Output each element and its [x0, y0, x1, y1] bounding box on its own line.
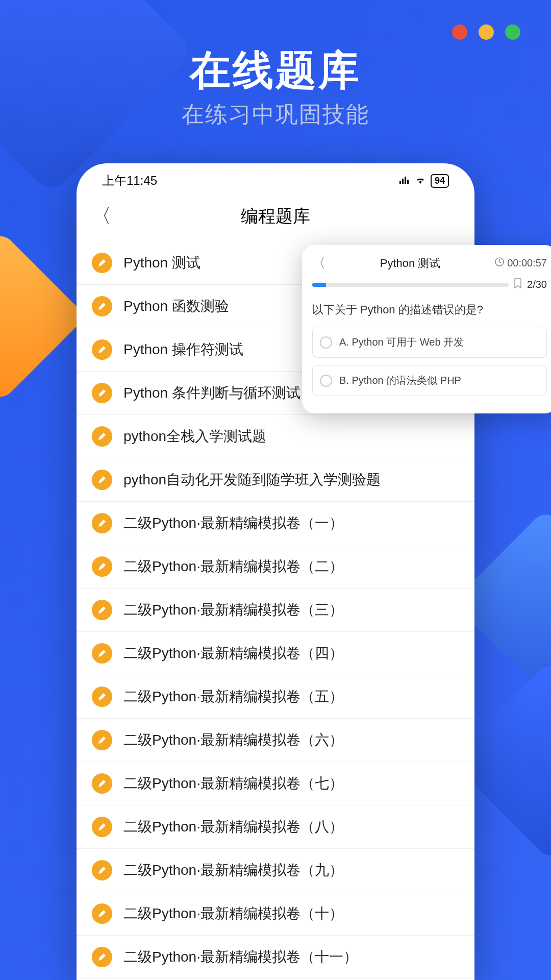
- status-right: 94: [399, 174, 449, 188]
- popup-options: A. Python 可用于 Web 开发B. Python 的语法类似 PHP: [302, 327, 551, 396]
- radio-icon: [320, 336, 332, 349]
- pencil-icon: [92, 470, 112, 490]
- list-item[interactable]: 二级Python·最新精编模拟卷（十一）: [77, 936, 474, 979]
- popup-timer: 00:00:57: [495, 257, 547, 269]
- list-item-label: python全栈入学测试题: [123, 427, 266, 446]
- list-item-label: Python 测试: [123, 253, 201, 273]
- hero-title: 在线题库: [0, 43, 551, 99]
- popup-header: 〈 Python 测试 00:00:57: [302, 254, 551, 278]
- list-item-label: 二级Python·最新精编模拟卷（六）: [123, 730, 343, 750]
- pencil-icon: [92, 860, 112, 880]
- pencil-icon: [92, 296, 112, 316]
- list-item-label: 二级Python·最新精编模拟卷（十一）: [123, 947, 358, 967]
- pencil-icon: [92, 600, 112, 620]
- traffic-lights: [452, 24, 520, 40]
- popup-back-button[interactable]: 〈: [312, 254, 325, 272]
- battery-icon: 94: [431, 174, 449, 188]
- list-item-label: python自动化开发随到随学班入学测验题: [123, 470, 381, 489]
- list-item-label: 二级Python·最新精编模拟卷（二）: [123, 557, 343, 576]
- pencil-icon: [92, 426, 112, 447]
- pencil-icon: [92, 687, 112, 707]
- bg-decoration: [0, 230, 87, 403]
- list-item-label: 二级Python·最新精编模拟卷（八）: [123, 817, 343, 837]
- list-item[interactable]: 二级Python·最新精编模拟卷（十）: [77, 892, 474, 936]
- list-item[interactable]: python全栈入学测试题: [77, 415, 474, 458]
- list-item[interactable]: 二级Python·最新精编模拟卷（五）: [77, 675, 474, 719]
- nav-bar: 〈 编程题库: [77, 193, 474, 241]
- status-time: 上午11:45: [102, 173, 157, 189]
- popup-question: 以下关于 Python 的描述错误的是?: [302, 296, 551, 327]
- quiz-popup: 〈 Python 测试 00:00:57 2/30 以下关于 Python 的描…: [302, 245, 551, 413]
- pencil-icon: [92, 730, 112, 750]
- list-item[interactable]: 二级Python·最新精编模拟卷（一）: [77, 502, 474, 545]
- nav-title: 编程题库: [77, 205, 474, 228]
- signal-icon: [399, 174, 410, 188]
- pencil-icon: [92, 773, 112, 794]
- list-item[interactable]: 二级Python·最新精编模拟卷（二）: [77, 545, 474, 589]
- popup-progress-row: 2/30: [302, 278, 551, 296]
- list-item-label: 二级Python·最新精编模拟卷（五）: [123, 687, 343, 706]
- list-item-label: Python 操作符测试: [123, 340, 243, 359]
- list-item[interactable]: 二级Python·最新精编模拟卷（六）: [77, 719, 474, 762]
- back-button[interactable]: 〈: [92, 203, 111, 229]
- pencil-icon: [92, 947, 112, 967]
- quiz-option[interactable]: A. Python 可用于 Web 开发: [312, 327, 547, 358]
- list-item[interactable]: 二级Python·最新精编模拟卷（八）: [77, 805, 474, 849]
- list-item-label: 二级Python·最新精编模拟卷（三）: [123, 600, 343, 620]
- list-item-label: 二级Python·最新精编模拟卷（一）: [123, 513, 343, 533]
- clock-icon: [495, 257, 504, 269]
- hero-subtitle: 在练习中巩固技能: [0, 100, 551, 130]
- traffic-yellow-icon: [479, 24, 494, 40]
- status-bar: 上午11:45 94: [77, 163, 474, 193]
- traffic-red-icon: [452, 24, 467, 40]
- progress-text: 2/30: [527, 279, 547, 290]
- list-item-label: 二级Python·最新精编模拟卷（十）: [123, 904, 343, 923]
- pencil-icon: [92, 383, 112, 403]
- pencil-icon: [92, 556, 112, 577]
- pencil-icon: [92, 513, 112, 533]
- list-item[interactable]: 二级Python·最新精编模拟卷（七）: [77, 762, 474, 805]
- wifi-icon: [414, 174, 427, 188]
- list-item-label: Python 条件判断与循环测试: [123, 383, 300, 403]
- list-item-label: 二级Python·最新精编模拟卷（四）: [123, 644, 343, 663]
- list-item[interactable]: python自动化开发随到随学班入学测验题: [77, 458, 474, 502]
- bookmark-icon[interactable]: [514, 278, 522, 291]
- list-item-label: Python 函数测验: [123, 297, 229, 316]
- progress-bar: [312, 283, 509, 287]
- list-item[interactable]: 二级Python·最新精编模拟卷（四）: [77, 632, 474, 675]
- option-label: B. Python 的语法类似 PHP: [339, 374, 461, 387]
- radio-icon: [320, 375, 332, 387]
- pencil-icon: [92, 643, 112, 664]
- option-label: A. Python 可用于 Web 开发: [339, 335, 464, 349]
- quiz-option[interactable]: B. Python 的语法类似 PHP: [312, 365, 547, 396]
- list-item[interactable]: 二级Python·最新精编模拟卷（九）: [77, 849, 474, 892]
- popup-title: Python 测试: [380, 256, 441, 271]
- list-item-label: 二级Python·最新精编模拟卷（九）: [123, 861, 343, 880]
- pencil-icon: [92, 339, 112, 360]
- list-item[interactable]: 二级Python·最新精编模拟卷（三）: [77, 589, 474, 632]
- progress-fill: [312, 283, 326, 287]
- pencil-icon: [92, 903, 112, 924]
- pencil-icon: [92, 817, 112, 837]
- traffic-green-icon: [505, 24, 520, 40]
- pencil-icon: [92, 253, 112, 273]
- list-item-label: 二级Python·最新精编模拟卷（七）: [123, 774, 343, 793]
